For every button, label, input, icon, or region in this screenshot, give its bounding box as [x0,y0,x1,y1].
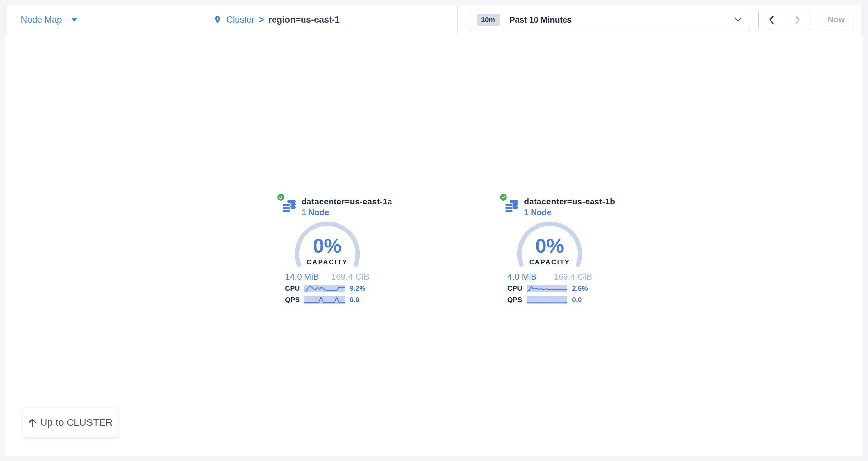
chevron-down-icon [734,18,741,22]
view-selector-dropdown[interactable]: Node Map [21,5,78,35]
breadcrumb-cluster-link[interactable]: Cluster [226,15,255,25]
capacity-used: 14.0 MiB [285,272,319,282]
time-window-badge: 10m [476,13,500,26]
database-stack-icon [504,199,519,215]
map-pin-icon [213,14,222,25]
qps-sparkline [304,296,345,304]
locality-card-us-east-1b: datacenter=us-east-1b 1 Node 0% CAPACITY… [507,193,592,304]
capacity-gauge: 0% CAPACITY [514,221,586,270]
qps-label: QPS [507,296,527,304]
locality-title: datacenter=us-east-1a [302,197,392,206]
time-prev-button[interactable] [758,10,785,30]
locality-header[interactable]: datacenter=us-east-1b 1 Node [507,193,592,217]
time-window-label: Past 10 Minutes [509,15,572,25]
up-to-cluster-button[interactable]: Up to CLUSTER [23,408,118,437]
cpu-label: CPU [507,285,527,292]
qps-value: 0.0 [350,296,359,304]
capacity-used: 4.0 MiB [507,272,536,282]
qps-value: 0.0 [572,296,582,304]
capacity-gauge: 0% CAPACITY [291,221,364,270]
breadcrumb-current: region=us-east-1 [268,15,340,25]
cpu-sparkline [527,285,567,292]
cpu-value: 2.6% [572,285,588,292]
topbar-divider [457,7,458,33]
cpu-sparkline [304,285,345,292]
capacity-label: CAPACITY [291,259,364,266]
chevron-right-icon [795,15,801,24]
capacity-total: 169.4 GiB [554,272,592,282]
breadcrumb: Cluster > region=us-east-1 [213,5,340,35]
node-map-page: Node Map Cluster > region=us-east-1 10m … [0,0,868,461]
locality-node-count[interactable]: 1 Node [524,207,615,217]
locality-titles: datacenter=us-east-1a 1 Node [302,197,392,217]
locality-card-us-east-1a: datacenter=us-east-1a 1 Node 0% CAPACITY… [285,193,369,304]
qps-metric-row: QPS 0.0 [285,295,369,304]
time-nav-group [758,9,811,30]
time-window-dropdown[interactable]: 10m Past 10 Minutes [471,9,750,30]
qps-metric-row: QPS 0.0 [507,295,592,304]
capacity-values: 14.0 MiB 169.4 GiB [285,272,369,282]
capacity-values: 4.0 MiB 169.4 GiB [507,272,592,282]
cpu-label: CPU [285,285,304,292]
view-selector-label: Node Map [21,15,62,25]
arrow-up-icon [28,418,36,427]
chevron-left-icon [769,15,774,24]
qps-label: QPS [285,296,304,304]
locality-node-count[interactable]: 1 Node [302,207,392,217]
metrics: CPU 2.6% QPS 0.0 [507,284,592,304]
cpu-metric-row: CPU 2.6% [507,284,592,293]
caret-down-icon [71,18,78,22]
locality-title: datacenter=us-east-1b [524,197,615,206]
cpu-value: 9.2% [350,285,366,292]
breadcrumb-separator: > [259,15,264,25]
database-stack-icon [282,199,296,215]
capacity-percent: 0% [514,236,586,256]
metrics: CPU 9.2% QPS 0.0 [285,284,369,304]
cpu-metric-row: CPU 9.2% [285,284,369,293]
now-button[interactable]: Now [818,9,854,30]
up-to-cluster-label: Up to CLUSTER [40,417,113,428]
healthy-check-icon [277,193,285,201]
locality-titles: datacenter=us-east-1b 1 Node [524,197,615,217]
qps-sparkline [527,296,567,304]
capacity-label: CAPACITY [514,259,586,266]
node-map-panel: datacenter=us-east-1a 1 Node 0% CAPACITY… [5,35,863,456]
healthy-check-icon [499,193,508,201]
locality-header[interactable]: datacenter=us-east-1a 1 Node [285,193,369,217]
top-bar: Node Map Cluster > region=us-east-1 10m … [5,5,863,35]
capacity-total: 169.4 GiB [331,272,369,282]
capacity-percent: 0% [291,236,364,256]
time-next-button[interactable] [785,10,811,30]
